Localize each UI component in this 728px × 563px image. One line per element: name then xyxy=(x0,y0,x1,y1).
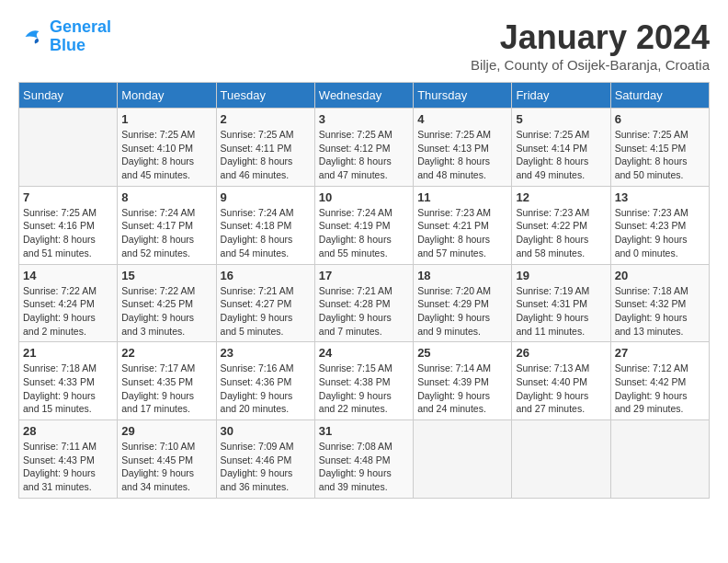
day-number: 28 xyxy=(23,424,113,438)
day-info: Sunrise: 7:25 AM Sunset: 4:16 PM Dayligh… xyxy=(23,206,113,260)
day-info: Sunrise: 7:17 AM Sunset: 4:35 PM Dayligh… xyxy=(121,362,211,416)
calendar-cell: 1Sunrise: 7:25 AM Sunset: 4:10 PM Daylig… xyxy=(118,109,216,187)
day-info: Sunrise: 7:21 AM Sunset: 4:27 PM Dayligh… xyxy=(221,284,311,339)
day-info: Sunrise: 7:23 AM Sunset: 4:21 PM Dayligh… xyxy=(417,206,507,260)
day-info: Sunrise: 7:12 AM Sunset: 4:42 PM Dayligh… xyxy=(615,362,705,416)
calendar-cell: 2Sunrise: 7:25 AM Sunset: 4:11 PM Daylig… xyxy=(216,109,314,187)
calendar-week-row: 28Sunrise: 7:11 AM Sunset: 4:43 PM Dayli… xyxy=(19,420,710,499)
day-number: 15 xyxy=(121,269,211,282)
calendar-cell: 28Sunrise: 7:11 AM Sunset: 4:43 PM Dayli… xyxy=(19,420,118,499)
logo-text: General Blue xyxy=(50,18,111,55)
calendar-cell: 15Sunrise: 7:22 AM Sunset: 4:25 PM Dayli… xyxy=(118,264,216,342)
calendar-cell: 4Sunrise: 7:25 AM Sunset: 4:13 PM Daylig… xyxy=(414,109,512,187)
day-number: 14 xyxy=(23,269,113,282)
logo-icon xyxy=(18,23,46,51)
calendar-week-row: 7Sunrise: 7:25 AM Sunset: 4:16 PM Daylig… xyxy=(19,186,710,264)
day-number: 13 xyxy=(615,190,705,204)
day-number: 21 xyxy=(23,346,113,360)
calendar-cell: 30Sunrise: 7:09 AM Sunset: 4:46 PM Dayli… xyxy=(216,420,314,499)
day-number: 25 xyxy=(417,346,507,360)
calendar-cell: 29Sunrise: 7:10 AM Sunset: 4:45 PM Dayli… xyxy=(118,420,216,499)
day-info: Sunrise: 7:25 AM Sunset: 4:10 PM Dayligh… xyxy=(121,128,211,182)
calendar-cell: 27Sunrise: 7:12 AM Sunset: 4:42 PM Dayli… xyxy=(610,342,709,420)
calendar-cell: 18Sunrise: 7:20 AM Sunset: 4:29 PM Dayli… xyxy=(414,264,512,342)
day-info: Sunrise: 7:21 AM Sunset: 4:28 PM Dayligh… xyxy=(319,284,409,339)
location: Bilje, County of Osijek-Baranja, Croatia xyxy=(471,57,710,73)
logo: General Blue xyxy=(18,18,111,55)
day-info: Sunrise: 7:24 AM Sunset: 4:19 PM Dayligh… xyxy=(319,206,409,260)
day-number: 1 xyxy=(121,112,211,126)
day-number: 26 xyxy=(516,346,606,360)
calendar-cell: 3Sunrise: 7:25 AM Sunset: 4:12 PM Daylig… xyxy=(314,109,413,187)
calendar-cell xyxy=(414,420,512,499)
weekday-header: Saturday xyxy=(610,83,709,109)
day-info: Sunrise: 7:18 AM Sunset: 4:33 PM Dayligh… xyxy=(23,362,113,416)
weekday-header: Thursday xyxy=(414,83,512,109)
calendar-header-row: SundayMondayTuesdayWednesdayThursdayFrid… xyxy=(19,83,710,109)
day-number: 8 xyxy=(121,190,211,204)
day-number: 31 xyxy=(319,424,409,438)
weekday-header: Sunday xyxy=(19,83,118,109)
calendar-cell: 13Sunrise: 7:23 AM Sunset: 4:23 PM Dayli… xyxy=(610,186,709,264)
calendar-cell xyxy=(512,420,610,499)
day-info: Sunrise: 7:08 AM Sunset: 4:48 PM Dayligh… xyxy=(319,440,409,494)
day-number: 29 xyxy=(121,424,211,438)
calendar-week-row: 1Sunrise: 7:25 AM Sunset: 4:10 PM Daylig… xyxy=(19,109,710,187)
day-number: 3 xyxy=(319,112,409,126)
calendar-cell: 25Sunrise: 7:14 AM Sunset: 4:39 PM Dayli… xyxy=(414,342,512,420)
day-number: 30 xyxy=(221,424,311,438)
day-info: Sunrise: 7:25 AM Sunset: 4:12 PM Dayligh… xyxy=(319,128,409,182)
calendar-cell xyxy=(19,109,118,187)
day-number: 16 xyxy=(221,269,311,282)
calendar-week-row: 14Sunrise: 7:22 AM Sunset: 4:24 PM Dayli… xyxy=(19,264,710,342)
calendar-cell: 26Sunrise: 7:13 AM Sunset: 4:40 PM Dayli… xyxy=(512,342,610,420)
day-number: 5 xyxy=(516,112,606,126)
calendar-cell: 19Sunrise: 7:19 AM Sunset: 4:31 PM Dayli… xyxy=(512,264,610,342)
calendar-cell: 6Sunrise: 7:25 AM Sunset: 4:15 PM Daylig… xyxy=(610,109,709,187)
day-number: 4 xyxy=(417,112,507,126)
day-info: Sunrise: 7:10 AM Sunset: 4:45 PM Dayligh… xyxy=(121,440,211,494)
calendar-cell: 12Sunrise: 7:23 AM Sunset: 4:22 PM Dayli… xyxy=(512,186,610,264)
day-info: Sunrise: 7:09 AM Sunset: 4:46 PM Dayligh… xyxy=(221,440,311,494)
day-info: Sunrise: 7:20 AM Sunset: 4:29 PM Dayligh… xyxy=(417,284,507,339)
calendar-cell: 21Sunrise: 7:18 AM Sunset: 4:33 PM Dayli… xyxy=(19,342,118,420)
calendar-cell: 10Sunrise: 7:24 AM Sunset: 4:19 PM Dayli… xyxy=(314,186,413,264)
calendar-cell: 24Sunrise: 7:15 AM Sunset: 4:38 PM Dayli… xyxy=(314,342,413,420)
day-number: 11 xyxy=(417,190,507,204)
calendar-body: 1Sunrise: 7:25 AM Sunset: 4:10 PM Daylig… xyxy=(19,109,710,499)
weekday-header: Tuesday xyxy=(216,83,314,109)
day-info: Sunrise: 7:25 AM Sunset: 4:11 PM Dayligh… xyxy=(221,128,311,182)
calendar-cell: 7Sunrise: 7:25 AM Sunset: 4:16 PM Daylig… xyxy=(19,186,118,264)
calendar-cell: 20Sunrise: 7:18 AM Sunset: 4:32 PM Dayli… xyxy=(610,264,709,342)
calendar-cell: 16Sunrise: 7:21 AM Sunset: 4:27 PM Dayli… xyxy=(216,264,314,342)
calendar-cell: 17Sunrise: 7:21 AM Sunset: 4:28 PM Dayli… xyxy=(314,264,413,342)
calendar-cell xyxy=(610,420,709,499)
day-number: 12 xyxy=(516,190,606,204)
day-info: Sunrise: 7:23 AM Sunset: 4:22 PM Dayligh… xyxy=(516,206,606,260)
calendar-cell: 31Sunrise: 7:08 AM Sunset: 4:48 PM Dayli… xyxy=(314,420,413,499)
day-number: 17 xyxy=(319,269,409,282)
day-number: 20 xyxy=(615,269,705,282)
day-number: 2 xyxy=(221,112,311,126)
page-header: General Blue January 2024 Bilje, County … xyxy=(18,18,710,73)
calendar-cell: 9Sunrise: 7:24 AM Sunset: 4:18 PM Daylig… xyxy=(216,186,314,264)
calendar-cell: 5Sunrise: 7:25 AM Sunset: 4:14 PM Daylig… xyxy=(512,109,610,187)
calendar-cell: 22Sunrise: 7:17 AM Sunset: 4:35 PM Dayli… xyxy=(118,342,216,420)
calendar-cell: 14Sunrise: 7:22 AM Sunset: 4:24 PM Dayli… xyxy=(19,264,118,342)
day-info: Sunrise: 7:18 AM Sunset: 4:32 PM Dayligh… xyxy=(615,284,705,339)
day-info: Sunrise: 7:19 AM Sunset: 4:31 PM Dayligh… xyxy=(516,284,606,339)
weekday-header: Wednesday xyxy=(314,83,413,109)
day-number: 19 xyxy=(516,269,606,282)
day-info: Sunrise: 7:16 AM Sunset: 4:36 PM Dayligh… xyxy=(221,362,311,416)
calendar-cell: 11Sunrise: 7:23 AM Sunset: 4:21 PM Dayli… xyxy=(414,186,512,264)
day-info: Sunrise: 7:13 AM Sunset: 4:40 PM Dayligh… xyxy=(516,362,606,416)
day-info: Sunrise: 7:22 AM Sunset: 4:24 PM Dayligh… xyxy=(23,284,113,339)
day-info: Sunrise: 7:22 AM Sunset: 4:25 PM Dayligh… xyxy=(121,284,211,339)
calendar-week-row: 21Sunrise: 7:18 AM Sunset: 4:33 PM Dayli… xyxy=(19,342,710,420)
day-number: 6 xyxy=(615,112,705,126)
day-number: 23 xyxy=(221,346,311,360)
day-info: Sunrise: 7:25 AM Sunset: 4:14 PM Dayligh… xyxy=(516,128,606,182)
day-info: Sunrise: 7:25 AM Sunset: 4:15 PM Dayligh… xyxy=(615,128,705,182)
calendar-cell: 8Sunrise: 7:24 AM Sunset: 4:17 PM Daylig… xyxy=(118,186,216,264)
day-number: 10 xyxy=(319,190,409,204)
